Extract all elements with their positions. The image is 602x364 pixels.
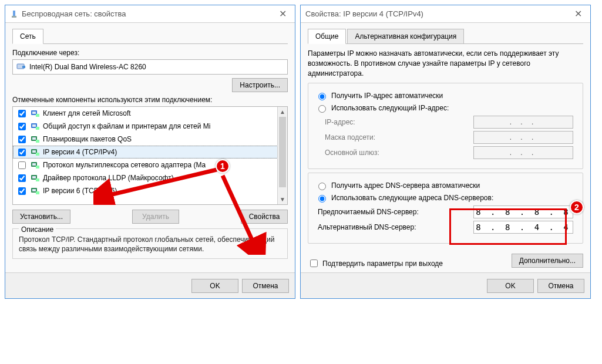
ok-button[interactable]: OK — [487, 279, 534, 293]
svg-rect-9 — [36, 127, 39, 130]
protocol-icon — [31, 122, 40, 131]
annotation-highlight — [449, 208, 567, 245]
list-item-label: Драйвер протокола LLDP (Майкрософт) — [43, 174, 174, 182]
titlebar: Беспроводная сеть: свойства ✕ — [5, 5, 295, 23]
components-list: Клиент для сетей MicrosoftОбщий доступ к… — [12, 106, 288, 205]
svg-rect-15 — [36, 153, 39, 156]
checkbox[interactable] — [18, 187, 26, 195]
list-item[interactable]: Клиент для сетей Microsoft — [13, 107, 287, 120]
ip-auto-radio[interactable]: Получить IP-адрес автоматически — [315, 91, 576, 100]
wireless-properties-window: Беспроводная сеть: свойства ✕ Сеть Подкл… — [5, 5, 295, 299]
protocol-icon — [31, 173, 40, 183]
window-title: Беспроводная сеть: свойства — [22, 9, 275, 18]
list-item-label: Протокол мультиплексора сетевого адаптер… — [43, 161, 206, 169]
list-item[interactable]: Планировщик пакетов QoS — [13, 133, 287, 146]
description-group: Описание Протокол TCP/IP. Стандартный пр… — [12, 228, 288, 259]
radio[interactable] — [318, 105, 326, 113]
list-item[interactable]: Драйвер протокола LLDP (Майкрософт) — [13, 171, 287, 184]
cancel-button[interactable]: Отмена — [242, 279, 289, 293]
ip-addr-label: IP-адрес: — [325, 118, 355, 126]
list-item-label: Планировщик пакетов QoS — [43, 135, 132, 143]
content-area: Общие Альтернативная конфигурация Параме… — [301, 23, 590, 272]
scrollbar[interactable]: ▲ ▼ — [277, 107, 287, 204]
ip-addr-field: . . . — [473, 116, 573, 129]
annotation-badge-2: 2 — [570, 200, 584, 214]
dialog-footer: OK Отмена — [5, 272, 295, 298]
dns-pref-label: Предпочитаемый DNS-сервер: — [318, 208, 419, 216]
tabstrip: Сеть — [12, 29, 288, 44]
validate-label: Подтвердить параметры при выходе — [322, 259, 443, 268]
list-item-label: IP версии 4 (TCP/IPv4) — [43, 148, 117, 156]
svg-rect-24 — [36, 191, 39, 194]
advanced-button[interactable]: Дополнительно... — [512, 254, 583, 268]
install-button[interactable]: Установить... — [12, 210, 70, 224]
checkbox[interactable] — [18, 161, 26, 169]
svg-rect-6 — [36, 114, 39, 117]
checkbox[interactable] — [18, 149, 26, 156]
mask-field: . . . — [473, 131, 573, 144]
svg-rect-21 — [36, 178, 39, 181]
titlebar: Свойства: IP версии 4 (TCP/IPv4) ✕ — [301, 5, 590, 23]
list-item-label: IP версии 6 (TCP/IPv6) — [43, 187, 117, 195]
adapter-name: Intel(R) Dual Band Wireless-AC 8260 — [29, 63, 146, 71]
components-label: Отмеченные компоненты используются этим … — [12, 96, 288, 104]
protocol-icon — [31, 109, 40, 118]
ok-button[interactable]: OK — [191, 279, 238, 293]
radio[interactable] — [318, 183, 326, 190]
protocol-icon — [31, 134, 40, 144]
dns-manual-label: Использовать следующие адреса DNS-сервер… — [331, 194, 493, 202]
close-icon[interactable]: ✕ — [275, 8, 290, 19]
configure-button[interactable]: Настроить... — [232, 78, 288, 92]
list-item[interactable]: IP версии 6 (TCP/IPv6) — [13, 184, 287, 197]
svg-rect-3 — [22, 66, 25, 68]
properties-button[interactable]: Свойства — [241, 210, 288, 224]
checkbox[interactable] — [18, 110, 26, 117]
tab-network[interactable]: Сеть — [12, 29, 43, 44]
content-area: Сеть Подключение через: Intel(R) Dual Ba… — [5, 23, 295, 272]
tabstrip: Общие Альтернативная конфигурация — [308, 29, 583, 44]
list-item-label: Клиент для сетей Microsoft — [43, 109, 131, 117]
cancel-button[interactable]: Отмена — [537, 279, 584, 293]
checkbox[interactable] — [310, 259, 318, 267]
adapter-field[interactable]: Intel(R) Dual Band Wireless-AC 8260 — [12, 59, 288, 75]
svg-rect-18 — [36, 166, 39, 168]
svg-rect-8 — [32, 124, 36, 127]
radio[interactable] — [318, 195, 326, 203]
list-item[interactable]: Протокол мультиплексора сетевого адаптер… — [13, 159, 287, 171]
ip-manual-label: Использовать следующий IP-адрес: — [331, 104, 449, 112]
checkbox[interactable] — [18, 123, 26, 130]
list-item[interactable]: Общий доступ к файлам и принтерам для се… — [13, 120, 287, 133]
checkbox[interactable] — [18, 136, 26, 143]
adapter-icon — [10, 10, 18, 18]
protocol-icon — [31, 186, 40, 196]
scroll-down-icon[interactable]: ▼ — [278, 194, 287, 204]
svg-rect-5 — [32, 112, 36, 114]
svg-rect-23 — [32, 189, 36, 191]
dns-alt-label: Альтернативный DNS-сервер: — [318, 223, 416, 231]
ip-manual-radio[interactable]: Использовать следующий IP-адрес: — [315, 103, 576, 113]
validate-checkbox[interactable]: Подтвердить параметры при выходе — [308, 258, 443, 269]
tab-alternate[interactable]: Альтернативная конфигурация — [347, 29, 464, 43]
dns-manual-radio[interactable]: Использовать следующие адреса DNS-сервер… — [315, 193, 576, 203]
description-legend: Описание — [19, 225, 56, 234]
svg-rect-14 — [32, 150, 36, 153]
window-title: Свойства: IP версии 4 (TCP/IPv4) — [305, 9, 571, 18]
dns-auto-radio[interactable]: Получить адрес DNS-сервера автоматически — [315, 181, 576, 190]
dns-group: Получить адрес DNS-сервера автоматически… — [308, 173, 583, 244]
scroll-up-icon[interactable]: ▲ — [278, 107, 287, 117]
list-item[interactable]: IP версии 4 (TCP/IPv4) — [13, 146, 287, 159]
ip-auto-label: Получить IP-адрес автоматически — [331, 92, 443, 100]
ipv4-properties-window: Свойства: IP версии 4 (TCP/IPv4) ✕ Общие… — [300, 5, 591, 299]
svg-rect-20 — [32, 176, 36, 178]
scroll-thumb[interactable] — [279, 117, 286, 187]
svg-rect-11 — [32, 137, 36, 140]
gateway-field: . . . — [473, 146, 573, 159]
svg-rect-1 — [12, 16, 16, 18]
svg-rect-12 — [36, 140, 39, 143]
dns-auto-label: Получить адрес DNS-сервера автоматически — [331, 181, 480, 190]
checkbox[interactable] — [18, 174, 26, 182]
close-icon[interactable]: ✕ — [571, 8, 586, 19]
tab-general[interactable]: Общие — [308, 29, 346, 44]
radio[interactable] — [318, 93, 326, 100]
list-item-label: Общий доступ к файлам и принтерам для се… — [43, 122, 210, 130]
